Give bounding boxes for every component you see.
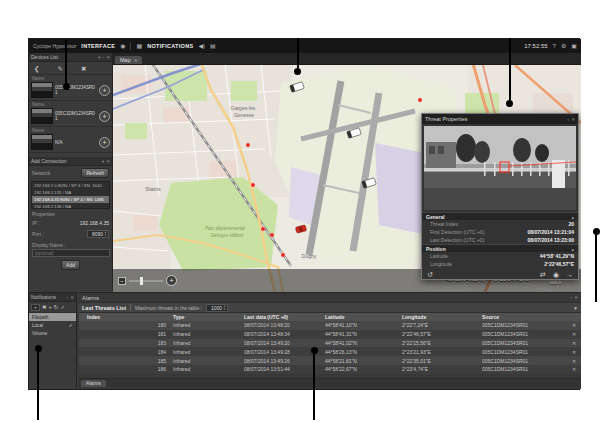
display-name-field[interactable] [32, 249, 110, 257]
tab-alarms[interactable]: Alarms [81, 380, 106, 387]
delete-threat-button[interactable]: ✕ [567, 349, 581, 355]
notification-row[interactable]: Volume ✓ [29, 329, 76, 337]
rotate-icon[interactable]: ↺ [427, 271, 433, 279]
share-icon[interactable]: ❮ [34, 65, 39, 72]
menu-notifications[interactable]: NOTIFICATIONS [147, 43, 193, 49]
threat-table-row[interactable]: 180 Infrared 08/07/2014 13:48:20 44°58'4… [79, 321, 581, 330]
threat-table-row[interactable]: 183 Infrared 08/07/2014 13:49:20 44°58'4… [79, 339, 581, 348]
close-tab-icon[interactable]: ✕ [134, 58, 138, 63]
track-arrow-icon[interactable]: → [566, 271, 573, 279]
zoom-slider-handle[interactable] [140, 277, 143, 285]
alarms-title-bar: Alarms ▫ ✕ [79, 293, 581, 302]
threat-dot[interactable] [251, 183, 255, 187]
speaker-icon[interactable]: ◀) [198, 43, 205, 49]
column-index[interactable]: Index [79, 314, 169, 320]
network-listbox[interactable]: 192.168.2.0:8090 / SP 4 / SN: 1640 192.1… [31, 181, 110, 209]
pin-icon[interactable]: ▾ [102, 159, 104, 164]
threat-dot[interactable] [246, 143, 250, 147]
zoom-out-button[interactable]: − [118, 277, 126, 285]
spin-down-icon[interactable]: ▼ [104, 234, 107, 237]
infrared-camera-image[interactable] [424, 126, 576, 210]
close-icon[interactable]: ✕ [106, 55, 110, 60]
delete-threat-button[interactable]: ✕ [567, 331, 581, 337]
threat-table-row[interactable]: 181 Infrared 08/07/2014 13:48:34 44°58'4… [79, 330, 581, 339]
delete-threat-button[interactable]: ✕ [567, 358, 581, 364]
check-icon[interactable]: ✓ [60, 304, 65, 310]
device-list-item[interactable]: Name 005C1DM1234SR01 + [29, 75, 112, 101]
device-add-button[interactable]: + [99, 137, 110, 148]
grid-icon[interactable]: ▦ [136, 43, 142, 49]
close-icon[interactable]: ✕ [574, 295, 578, 300]
chat-icon[interactable]: ▤ [210, 43, 216, 49]
port-stepper[interactable]: 8090 ▲▼ [87, 230, 109, 238]
float-icon[interactable]: ▫ [103, 55, 105, 60]
help-icon[interactable]: ? [553, 43, 556, 49]
rename-icon[interactable]: ✎ [57, 65, 62, 72]
tab-map[interactable]: Map ✕ [115, 56, 142, 64]
float-icon[interactable]: ▫ [568, 117, 570, 122]
device-list-item[interactable]: Name N/A + [29, 127, 112, 153]
max-threats-stepper[interactable]: 1000 ▲▼ [206, 304, 228, 312]
column-last-data[interactable]: Last data (UTC +0) [244, 314, 325, 320]
position-section-header[interactable]: Position ▴ [422, 244, 578, 252]
wrench-icon[interactable]: ⚙ [561, 43, 566, 49]
close-icon[interactable]: ✕ [571, 117, 575, 122]
delete-threat-button[interactable]: ✕ [567, 340, 581, 346]
close-icon[interactable]: ✕ [106, 159, 110, 164]
float-icon[interactable]: ▫ [67, 295, 69, 300]
network-list-item[interactable]: 192.168.2.0:8090 / SP 4 / SN: 1640 [32, 182, 109, 189]
device-thumbnail[interactable] [31, 108, 53, 124]
column-latitude[interactable]: Latitude [325, 314, 402, 320]
threat-dot[interactable] [281, 253, 285, 257]
menu-interface[interactable]: INTERFACE [81, 43, 115, 49]
delete-threat-button[interactable]: ✕ [567, 366, 581, 372]
threat-table-row[interactable]: 186 Infrared 08/07/2014 13:51:44 44°58'2… [79, 365, 581, 374]
eye-icon[interactable]: ◉ [120, 43, 125, 49]
alarms-title: Alarms [82, 295, 99, 301]
column-longitude[interactable]: Longitude [402, 314, 482, 320]
pin-icon[interactable]: ▾ [98, 55, 100, 60]
cell-index: 186 [79, 366, 169, 372]
popup-title-bar[interactable]: Threat Properties ▫ ✕ [422, 114, 578, 124]
connection-panel-header: Add Connection ▾ ✕ [29, 157, 112, 166]
collapse-icon[interactable]: ▴ [571, 246, 574, 252]
float-icon[interactable]: ▫ [571, 295, 573, 300]
display-name-label: Display Name : [32, 242, 66, 248]
column-type[interactable]: Type [169, 314, 244, 320]
plus-icon[interactable]: + [49, 304, 52, 310]
selection-dropdown[interactable]: ▾ [31, 304, 40, 311]
close-icon[interactable]: ✕ [70, 295, 74, 300]
delete-threat-button[interactable]: ✕ [567, 322, 581, 328]
threat-dot[interactable] [270, 233, 274, 237]
device-thumbnail[interactable] [31, 134, 53, 150]
add-connection-button[interactable]: Add [61, 260, 80, 270]
threat-dot[interactable] [261, 227, 265, 231]
power-icon[interactable]: ▣ [571, 43, 577, 49]
device-list-item[interactable]: Name 005C1DM1234SR01 + [29, 101, 112, 127]
threat-table-row[interactable]: 184 Infrared 08/07/2014 13:49:28 44°58'2… [79, 347, 581, 356]
network-list-item[interactable]: 192.168.4.35:8090 / SP 4 / SN: 1485 [32, 196, 109, 203]
zoom-slider[interactable] [129, 280, 163, 282]
trash-icon[interactable]: ✖ [81, 65, 86, 72]
refresh-icon[interactable]: ↻ [54, 304, 59, 310]
network-list-item[interactable]: 192.168.2.135 / NA [32, 189, 109, 196]
column-source[interactable]: Source [482, 314, 567, 320]
device-add-button[interactable]: + [99, 85, 110, 96]
filter-icon[interactable]: ▼ [573, 305, 578, 311]
zoom-in-button[interactable]: + [166, 275, 177, 286]
notification-row[interactable]: Local ✓ [29, 321, 76, 329]
trash-icon[interactable]: ✖ [42, 304, 47, 310]
device-thumbnail[interactable] [31, 82, 53, 98]
live-view-icon[interactable]: ◉ [553, 271, 559, 279]
camera-switch-icon[interactable]: ⇄ [540, 271, 546, 279]
refresh-button[interactable]: Refresh [81, 168, 109, 178]
general-section-header[interactable]: General ▴ [422, 212, 578, 220]
notification-row[interactable]: Filepath ✓ [29, 313, 76, 321]
threat-dot[interactable] [418, 98, 422, 102]
network-list-item[interactable]: 192.168.2.136 / NA [32, 203, 109, 209]
spin-down-icon[interactable]: ▼ [223, 308, 226, 311]
map-canvas[interactable]: Garges-lès Gonesse Stains Parc départeme… [113, 65, 581, 292]
device-add-button[interactable]: + [99, 111, 110, 122]
collapse-icon[interactable]: ▴ [571, 214, 574, 220]
threat-table-row[interactable]: 185 Infrared 08/07/2014 13:49:26 44°58'2… [79, 356, 581, 365]
